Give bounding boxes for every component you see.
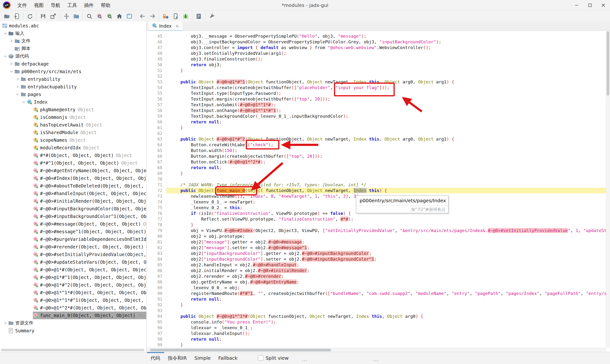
menu-item-2[interactable]: 导航 — [47, 0, 64, 11]
editor-vertical-scrollbar[interactable] — [606, 31, 610, 348]
project-tree-panel[interactable]: modules.abc输入文件脚本源代码defpackagep000entry/… — [0, 21, 146, 352]
tree-row----0--1---1-Object--Object--Ob[interactable]: m#~@0>@1*#^1(Object, Object, Object, Obj… — [0, 273, 146, 281]
tree-row-----[interactable]: 资源文件 — [0, 319, 146, 327]
splitter-dots-icon[interactable]: ··· — [373, 358, 379, 364]
split-view-toggle[interactable]: Split view — [258, 355, 289, 361]
open-file-icon[interactable] — [2, 12, 12, 21]
deobfuscation-icon[interactable] — [161, 12, 171, 21]
tree-row----0--1--1---Object--Object--O[interactable]: m#~@0>@1*^1*#(Object, Object, Object, Ob… — [0, 289, 146, 296]
tree-row-entryability[interactable]: entryability — [0, 75, 146, 83]
tree-horizontal-scrollbar[interactable] — [1, 349, 144, 351]
tree-row----0--inputBackgroundColor-1-O[interactable]: m#~@0>#inputBackgroundColor^1(Object, Ob… — [0, 212, 146, 220]
tree-row----[interactable]: 源代码 — [0, 52, 146, 60]
bottom-tab-2[interactable]: Simple — [191, 355, 214, 361]
tree-row-pages[interactable]: pages — [0, 91, 146, 98]
menu-item-1[interactable]: 视图 — [30, 0, 47, 11]
tree-row---[interactable]: 脚本 — [0, 45, 146, 52]
bottom-tab-3[interactable]: Fallback — [214, 355, 241, 361]
chevron-collapsed-icon[interactable] — [2, 321, 8, 325]
tree-row----0--1---Object--Object--Obje[interactable]: m#~@0>@1*#(Object, Object, Object, Objec… — [0, 266, 146, 273]
chevron-collapsed-icon[interactable] — [9, 39, 14, 43]
line-number: 72 — [146, 188, 166, 194]
tree-row----0--getEntryName-Object--Obj[interactable]: m#~@0<#getEntryName(Object, Object, Obje… — [0, 167, 146, 174]
tree-row----0--1---2-Object--Object--Ob[interactable]: m#~@0>@1*#^2(Object, Object, Object, Obj… — [0, 281, 146, 289]
main-activity-icon[interactable] — [114, 12, 124, 21]
menu-item-3[interactable]: 工具 — [64, 0, 80, 11]
splitter-dots-icon[interactable]: ··· — [301, 358, 308, 364]
tree-row----0--aboutToBeDeleted-Object-[interactable]: m#~@0>#aboutToBeDeleted(Object, Object, … — [0, 182, 146, 190]
tab-close-icon[interactable]: × — [175, 23, 179, 29]
forward-icon[interactable] — [147, 12, 157, 21]
tree-row-isSharedModule[interactable]: fisSharedModuleObject — [0, 129, 146, 136]
tree-row----0--rerender-Object--Object-[interactable]: m#~@0>#rerender(Object, Object, Object)O… — [0, 243, 146, 251]
tree-row-label: defpackage — [21, 61, 49, 66]
log-icon[interactable] — [194, 12, 204, 21]
reload-icon[interactable] — [25, 12, 35, 21]
tree-row-func-main-0-Object--Object--Ob[interactable]: mfunc_main_0(Object, Object, Object)Obje… — [0, 312, 146, 319]
tree-row----0--inputBackgroundColor-Obj[interactable]: m#~@0>#inputBackgroundColor(Object, Obje… — [0, 205, 146, 212]
editor-horizontal-scrollbar[interactable] — [146, 348, 606, 352]
menu-item-5[interactable]: 帮助 — [97, 0, 114, 11]
text-search-icon[interactable] — [84, 12, 94, 21]
comment-search-icon[interactable] — [104, 12, 114, 21]
back-icon[interactable] — [138, 12, 147, 21]
tree-row-defpackage[interactable]: defpackage — [0, 60, 146, 68]
tree-row----0--purgeVariableDependencie[interactable]: m#~@0>#purgeVariableDependenciesOnElmtId… — [0, 235, 146, 243]
add-files-icon[interactable] — [12, 12, 22, 21]
line-number: 91 — [146, 296, 166, 302]
tree-row-Summary[interactable]: Summary — [0, 327, 146, 335]
chevron-expanded-icon[interactable] — [21, 100, 27, 104]
tree-row-p000entry-src-main-ets[interactable]: p000entry/src/main/ets — [0, 68, 146, 75]
tree-row----0--handleInput-Object--Obje[interactable]: m#~@0>#handleInput(Object, Object, Objec… — [0, 190, 146, 197]
flatten-icon[interactable] — [61, 12, 71, 21]
editor-tab-index[interactable]: c Index × — [148, 21, 182, 31]
save-all-icon[interactable] — [38, 12, 48, 21]
tree-row----0--message-1-Object--Object[interactable]: m#~@0>#message^1(Object, Object, Object)… — [0, 228, 146, 235]
tree-row-moduleRecordIdx[interactable]: fmoduleRecordIdxObject — [0, 144, 146, 152]
chevron-collapsed-icon[interactable] — [15, 77, 21, 81]
packages-icon[interactable] — [71, 12, 81, 21]
chevron-expanded-icon[interactable] — [9, 70, 14, 73]
tree-row-scopeNames[interactable]: fscopeNamesObject — [0, 136, 146, 144]
tree-row----0--1--1---1-Object--Object-[interactable]: m#~@0>@1*^1*#^1(Object, Object, Object, … — [0, 296, 146, 304]
chevron-collapsed-icon[interactable] — [9, 62, 14, 66]
tree-row-----Object--Object--Object-[interactable]: m#*#(Object, Object, Object)Object — [0, 152, 146, 159]
tree-row-isCommonjs[interactable]: fisCommonjsObject — [0, 113, 146, 121]
maximize-button[interactable] — [583, 0, 597, 11]
close-button[interactable] — [597, 0, 610, 11]
export-icon[interactable] — [48, 12, 58, 21]
chevron-expanded-icon[interactable] — [2, 54, 8, 58]
tree-row----0--message-Object--Object--[interactable]: m#~@0>#message(Object, Object, Object)Ob… — [0, 220, 146, 228]
tree-row-entrybackupability[interactable]: entrybackupability — [0, 83, 146, 91]
tree-row-label: #~@0>#rerender(Object, Object, Object) — [40, 244, 144, 249]
settings-icon[interactable] — [207, 12, 217, 21]
tree-row---[interactable]: 文件 — [0, 37, 146, 45]
menu-item-4[interactable]: 插件 — [80, 0, 97, 11]
code-view[interactable]: 45 obj3.__message = ObservedPropertySimp… — [146, 31, 606, 348]
tree-row----0--Index-Object--Object--Ob[interactable]: m#~@0=#Index(Object, Object, Object, Obj… — [0, 174, 146, 182]
tree-row-pkgName-entry[interactable]: fpkgName@entryObject — [0, 106, 146, 113]
chevron-expanded-icon[interactable] — [15, 92, 21, 96]
code-line-97: 97 ldlexvar.handleInput(); — [146, 331, 606, 336]
chevron-collapsed-icon[interactable] — [15, 85, 21, 89]
line-text: Reflect.set(ViewPU.prototype, "finalizeC… — [166, 216, 606, 222]
tree-row----0--updateStateVars-Object--[interactable]: m#~@0>#updateStateVars(Object, Object, O… — [0, 258, 146, 266]
chevron-expanded-icon[interactable] — [2, 31, 8, 35]
split-view-checkbox[interactable] — [258, 355, 263, 361]
bottom-tab-0-active[interactable]: 代码 — [147, 355, 164, 361]
menu-item-0[interactable]: 文件 — [14, 0, 30, 11]
tree-row----0--1--2---Object--Object--O[interactable]: m#~@0>@1*^2*#(Object, Object, Object, Ob… — [0, 304, 146, 312]
tree-row-Index[interactable]: cIndex — [0, 98, 146, 106]
tree-row----0--setInitiallyProvidedValu[interactable]: m#~@0>#setInitiallyProvidedValue(Object,… — [0, 251, 146, 258]
tree-row----0--initialRender-Object--Ob[interactable]: m#~@0>#initialRender(Object, Object, Obj… — [0, 197, 146, 205]
debugger-icon[interactable] — [181, 12, 191, 21]
device-icon[interactable] — [171, 12, 181, 21]
new-window-icon[interactable] — [124, 12, 134, 21]
tree-row-modules-abc[interactable]: modules.abc — [0, 22, 146, 29]
bottom-tab-1[interactable]: 指令和IR — [164, 355, 191, 361]
tree-row-hasTopLevelAwait[interactable]: fhasTopLevelAwaitObject — [0, 121, 146, 129]
tree-row---[interactable]: 输入 — [0, 29, 146, 37]
minimize-button[interactable] — [570, 0, 583, 11]
tree-row-----1-Object--Object--Object-[interactable]: m#*#^1(Object, Object, Object)Object — [0, 159, 146, 167]
class-search-icon[interactable] — [94, 12, 104, 21]
